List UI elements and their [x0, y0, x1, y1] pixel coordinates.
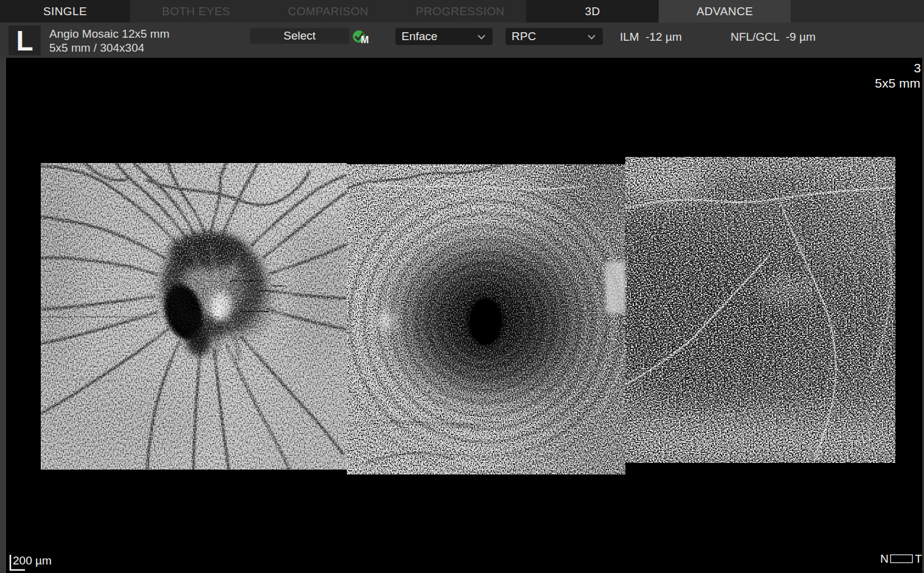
svg-text:M: M [361, 35, 369, 45]
